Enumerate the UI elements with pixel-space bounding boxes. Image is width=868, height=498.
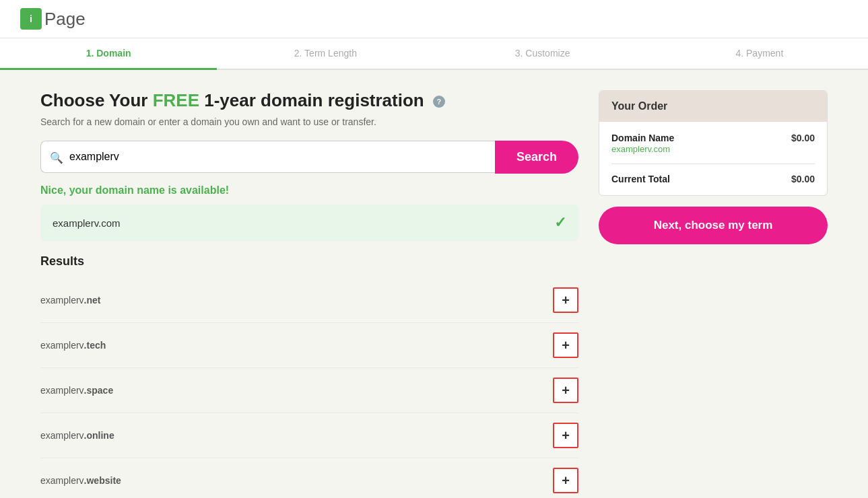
result-domain-1: examplerv.tech: [40, 340, 106, 351]
result-item: examplerv.net +: [40, 278, 578, 323]
add-button-4[interactable]: +: [553, 468, 578, 493]
search-input-wrapper: 🔍: [40, 141, 495, 174]
add-button-1[interactable]: +: [553, 332, 578, 358]
logo-icon: i: [20, 8, 42, 30]
step-term-length[interactable]: 2. Term Length: [217, 38, 434, 69]
result-item: examplerv.online +: [40, 413, 578, 458]
logo: i Page: [20, 8, 848, 30]
next-button[interactable]: Next, choose my term: [599, 207, 828, 244]
step-payment[interactable]: 4. Payment: [651, 38, 868, 69]
check-icon: ✓: [554, 214, 566, 232]
selected-domain-row: examplerv.com ✓: [40, 205, 578, 241]
search-button[interactable]: Search: [495, 141, 578, 174]
header: i Page: [0, 0, 868, 38]
info-icon[interactable]: ?: [433, 96, 445, 108]
order-total-price: $0.00: [791, 174, 815, 184]
available-message: Nice, your domain name is available!: [40, 184, 578, 197]
step-domain[interactable]: 1. Domain: [0, 38, 217, 70]
search-icon: 🔍: [50, 151, 63, 164]
result-item: examplerv.space +: [40, 368, 578, 413]
order-domain-name: examplerv.com: [611, 144, 670, 154]
logo-text: Page: [44, 9, 86, 30]
result-domain-2: examplerv.space: [40, 385, 113, 396]
result-domain-0: examplerv.net: [40, 295, 100, 306]
add-button-0[interactable]: +: [553, 287, 578, 313]
add-button-3[interactable]: +: [553, 423, 578, 448]
result-domain-4: examplerv.website: [40, 475, 121, 486]
results-list: examplerv.net + examplerv.tech + example…: [40, 278, 578, 498]
selected-domain-name: examplerv.com: [53, 217, 121, 229]
order-box-body: Domain Name examplerv.com $0.00 Current …: [599, 122, 827, 195]
order-box: Your Order Domain Name examplerv.com $0.…: [599, 90, 828, 196]
order-divider: [611, 164, 815, 164]
result-item: examplerv.website +: [40, 458, 578, 498]
page-subtitle: Search for a new domain or enter a domai…: [40, 116, 578, 127]
order-domain-price: $0.00: [791, 133, 815, 143]
page-title: Choose Your FREE 1-year domain registrat…: [40, 90, 578, 111]
result-domain-3: examplerv.online: [40, 430, 114, 441]
order-box-header: Your Order: [599, 91, 827, 122]
result-item: examplerv.tech +: [40, 323, 578, 368]
steps-nav: 1. Domain 2. Term Length 3. Customize 4.…: [0, 38, 868, 70]
main-layout: Choose Your FREE 1-year domain registrat…: [0, 70, 868, 498]
step-customize[interactable]: 3. Customize: [434, 38, 651, 69]
order-domain-row: Domain Name examplerv.com $0.00: [611, 133, 815, 154]
order-total-label: Current Total: [611, 174, 670, 184]
search-bar: 🔍 Search: [40, 141, 578, 174]
add-button-2[interactable]: +: [553, 378, 578, 403]
results-title: Results: [40, 254, 578, 269]
content-area: Choose Your FREE 1-year domain registrat…: [40, 90, 578, 498]
sidebar: Your Order Domain Name examplerv.com $0.…: [599, 90, 828, 498]
search-input[interactable]: [40, 141, 495, 173]
order-total-row: Current Total $0.00: [611, 174, 815, 184]
order-domain-label: Domain Name: [611, 133, 674, 143]
